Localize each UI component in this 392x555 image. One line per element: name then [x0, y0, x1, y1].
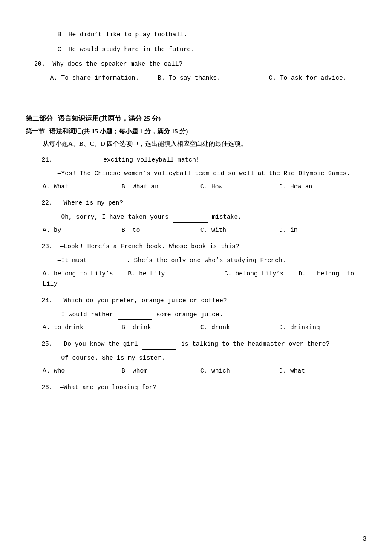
q24-opt-a: A. to drink [43, 322, 121, 333]
q23-options: A. belong to Lily’s B. be Lily C. belong… [43, 269, 366, 289]
q22-opt-b: B. to [121, 225, 200, 236]
q24-opt-c: C. drank [200, 322, 279, 333]
q21-opt-d: D. How an [279, 182, 358, 192]
question-26: 26. —What are you looking for? [26, 382, 366, 393]
q25-opt-a: A. who [43, 366, 121, 376]
question-25: 25. —Do you know the girl is talking to … [26, 339, 366, 376]
q20-options: A. To share information. B. To say thank… [43, 73, 366, 84]
q22-dialogue2: —Oh, sorry, I have taken yours mistake. [43, 212, 366, 223]
q20-text: 20. Why does the speaker make the call? [34, 59, 366, 69]
section1-title: 第一节 语法和词汇(共 15 小题；每小题 1 分，满分 15 分) [26, 127, 366, 136]
q25-dialogue1: 25. —Do you know the girl is talking to … [34, 339, 366, 350]
page-number: 3 [363, 535, 366, 542]
question-22: 22. —Where is my pen? —Oh, sorry, I have… [26, 198, 366, 235]
q21-opt-c: C. How [200, 182, 279, 192]
q22-options: A. by B. to C. with D. in [43, 225, 366, 236]
q21-dialogue1: 21. — exciting volleyball match! [34, 155, 366, 165]
q24-dialogue1: 24. —Which do you prefer, orange juice o… [34, 295, 366, 306]
q25-opt-c: C. which [200, 366, 279, 376]
option-c-19: C. He would study hard in the future. [43, 44, 366, 55]
q22-opt-a: A. by [43, 225, 121, 236]
q24-dialogue2: —I would rather some orange juice. [43, 309, 366, 320]
page: B. He didn’t like to play football. C. H… [0, 0, 392, 555]
q24-opt-d: D. drinking [279, 322, 358, 333]
q23-dialogue2: —It must . She’s the only one who’s stud… [43, 255, 366, 266]
question-21: 21. — exciting volleyball match! —Yes! T… [26, 155, 366, 192]
question-24: 24. —Which do you prefer, orange juice o… [26, 295, 366, 333]
q25-dialogue2: —Of course. She is my sister. [43, 353, 366, 364]
instruction: 从每小题A、B、C、D 四个选项中，选出能填入相应空白处的最佳选项。 [43, 140, 366, 148]
q25-options: A. who B. whom C. which D. what [43, 366, 366, 376]
q21-opt-a: A. What [43, 182, 121, 192]
q21-opt-b: B. What an [121, 182, 200, 192]
option-b-19: B. He didn’t like to play football. [43, 29, 366, 40]
q24-opt-b: B. drink [121, 322, 200, 333]
q24-options: A. to drink B. drink C. drank D. drinkin… [43, 322, 366, 333]
q25-opt-d: D. what [279, 366, 358, 376]
part2-title: 第二部分 语言知识运用(共两节，满分 25 分) [26, 114, 366, 123]
q22-opt-c: C. with [200, 225, 279, 236]
question-23: 23. —Look ! Here’s a French book. Whose … [26, 241, 366, 289]
top-divider [26, 17, 366, 17]
q21-dialogue2: —Yes! The Chinese women’s volleyball tea… [43, 168, 366, 179]
q22-opt-d: D. in [279, 225, 358, 236]
question-20: 20. Why does the speaker make the call? … [26, 59, 366, 83]
q23-dialogue1: 23. —Look ! Here’s a French book. Whose … [34, 241, 366, 252]
q21-options: A. What B. What an C. How D. How an [43, 182, 366, 192]
q26-dialogue1: 26. —What are you looking for? [34, 382, 366, 393]
q22-dialogue1: 22. —Where is my pen? [34, 198, 366, 208]
q25-opt-b: B. whom [121, 366, 200, 376]
